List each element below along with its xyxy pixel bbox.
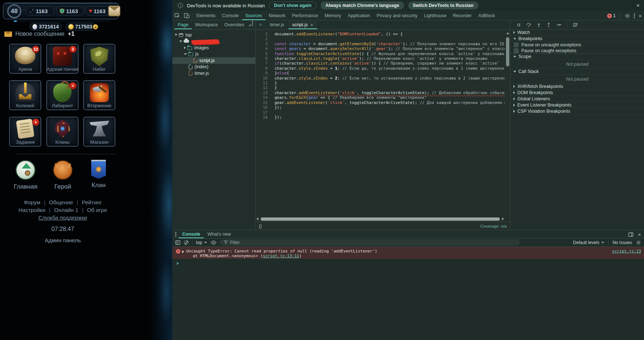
- more-options-icon[interactable]: [634, 15, 635, 16]
- close-devtools-icon[interactable]: ×: [639, 13, 642, 19]
- vertical-scrollbar[interactable]: [506, 31, 510, 217]
- player-level-badge[interactable]: 48: [7, 4, 21, 18]
- console-prompt[interactable]: >: [176, 261, 179, 266]
- pretty-print-icon[interactable]: {}: [259, 224, 262, 229]
- debugger-section-breakpoints[interactable]: Breakpoints: [510, 36, 644, 42]
- menu-item-coliseum[interactable]: Колизей: [9, 80, 41, 110]
- navigator-tab-overrides[interactable]: Overrides: [221, 20, 248, 29]
- gold-currency[interactable]: 717503 +: [65, 23, 96, 31]
- mail-button[interactable]: [108, 5, 120, 16]
- menu-item-hound[interactable]: 2Адская гончая: [46, 44, 78, 74]
- toggle-navigator-icon[interactable]: [256, 20, 266, 29]
- tab-privacy-and-security[interactable]: Privacy and security: [373, 11, 421, 20]
- context-selector[interactable]: top: [196, 240, 207, 245]
- tree-item-js[interactable]: js: [172, 51, 255, 58]
- menu-item-arena[interactable]: 13Арена: [9, 44, 41, 74]
- infobar-close-icon[interactable]: ×: [636, 3, 640, 8]
- chevron-open-icon[interactable]: [179, 40, 182, 42]
- chevron-open-icon[interactable]: [175, 34, 177, 36]
- silver-currency[interactable]: 3721614: [30, 23, 62, 31]
- tree-item-(index)[interactable]: (index): [172, 64, 255, 70]
- tab-console[interactable]: Console: [219, 11, 242, 20]
- console-error-message[interactable]: × Uncaught TypeError: Cannot read proper…: [172, 247, 644, 259]
- more-tabs-chevron[interactable]: »: [248, 20, 253, 29]
- footer-link[interactable]: Общение: [49, 199, 73, 205]
- editor-tab-script.js[interactable]: script.js×: [288, 20, 317, 29]
- expand-triangle-icon[interactable]: [182, 250, 184, 253]
- tab-lighthouse[interactable]: Lighthouse: [421, 11, 449, 20]
- menu-item-raid[interactable]: Набег: [83, 44, 115, 74]
- new-message-banner[interactable]: Новое сообщение +1: [4, 31, 74, 37]
- footer-link[interactable]: Настройки: [19, 207, 46, 213]
- tree-item-timer.js[interactable]: timer.js: [172, 70, 255, 77]
- tree-item-images[interactable]: images: [172, 45, 255, 51]
- tab-elements[interactable]: Elements: [193, 11, 219, 20]
- debugger-section-global-listeners[interactable]: Global Listeners: [510, 96, 644, 102]
- tab-memory[interactable]: Memory: [321, 11, 344, 20]
- chevron-closed-icon[interactable]: [184, 46, 186, 49]
- footer-link[interactable]: Онлайн 1: [54, 207, 78, 213]
- navigator-menu-icon[interactable]: [252, 23, 253, 24]
- clear-console-icon[interactable]: [184, 240, 188, 245]
- switch-language-button[interactable]: Switch DevTools to Russian: [408, 1, 478, 9]
- tab-sources[interactable]: Sources: [242, 11, 265, 20]
- tree-item-redacted-domain[interactable]: [172, 38, 255, 45]
- debugger-section-watch[interactable]: Watch: [510, 30, 644, 36]
- debugger-section-dom-breakpoints[interactable]: DOM Breakpoints: [510, 90, 644, 96]
- menu-item-invasion[interactable]: Вторжение: [83, 80, 115, 110]
- tree-item-script.js[interactable]: script.js: [172, 57, 255, 64]
- close-tab-icon[interactable]: ×: [310, 22, 313, 28]
- live-expression-eye-icon[interactable]: [211, 240, 216, 245]
- drawer-tab-what-s-new[interactable]: What's new: [204, 230, 234, 238]
- editor-tab-timer.js[interactable]: timer.js: [266, 20, 288, 29]
- console-sidebar-icon[interactable]: [175, 240, 180, 245]
- debugger-section-event-listener-breakpoints[interactable]: Event Listener Breakpoints: [510, 102, 644, 108]
- horizontal-scrollbar[interactable]: [256, 217, 504, 221]
- debugger-section-xhr-fetch-breakpoints[interactable]: XHR/fetch Breakpoints: [510, 84, 644, 90]
- menu-item-clans[interactable]: Кланы: [46, 117, 78, 147]
- checkbox[interactable]: [514, 43, 518, 47]
- error-count-badge[interactable]: × 1: [607, 13, 616, 18]
- tab-network[interactable]: Network: [265, 11, 289, 20]
- match-language-button[interactable]: Always match Chrome's language: [321, 1, 404, 9]
- step-icon[interactable]: [556, 23, 561, 27]
- stack-source-link[interactable]: script.js:13:11: [263, 254, 299, 258]
- deactivate-breakpoints-icon[interactable]: [573, 23, 578, 27]
- dock-icon[interactable]: [628, 232, 633, 237]
- error-source-link[interactable]: script.js:13: [612, 249, 641, 254]
- drawer-menu-icon[interactable]: [175, 234, 176, 235]
- scroll-left-arrow[interactable]: [256, 217, 258, 220]
- issues-counter[interactable]: No Issues: [613, 240, 632, 245]
- bottom-nav-clanflag[interactable]: Клан: [81, 160, 116, 189]
- admin-panel-link[interactable]: Админ панель: [0, 237, 126, 243]
- coverage-status[interactable]: Coverage: n/a: [480, 224, 507, 228]
- tab-performance[interactable]: Performance: [289, 11, 322, 20]
- dont-show-again-button[interactable]: Don't show again: [269, 1, 317, 9]
- scroll-up-arrow[interactable]: [506, 32, 509, 34]
- close-drawer-icon[interactable]: ×: [638, 232, 641, 237]
- debugger-section-scope[interactable]: Scope: [510, 54, 644, 60]
- scroll-right-arrow[interactable]: [502, 217, 504, 220]
- tab-application[interactable]: Application: [344, 11, 373, 20]
- debugger-section-call-stack[interactable]: Call Stack: [510, 69, 644, 75]
- tab-recorder[interactable]: Recorder: [450, 11, 475, 20]
- checkbox[interactable]: [514, 49, 518, 53]
- footer-link[interactable]: Рейтинг: [82, 199, 102, 205]
- pause-icon[interactable]: [517, 23, 521, 27]
- vertical-scroll-thumb[interactable]: [506, 37, 509, 66]
- log-levels-select[interactable]: Default levels: [573, 240, 604, 245]
- console-filter-input[interactable]: Filter: [221, 239, 520, 246]
- chevron-open-icon[interactable]: [184, 53, 187, 55]
- code-area[interactable]: 123456789101112131415161718 document.add…: [256, 30, 505, 217]
- step-into-icon[interactable]: [537, 23, 541, 27]
- debugger-section-csp-violation-breakpoints[interactable]: CSP Violation Breakpoints: [510, 108, 644, 115]
- step-out-icon[interactable]: [547, 23, 551, 27]
- device-toolbar-icon[interactable]: [182, 11, 191, 20]
- bottom-nav-home[interactable]: Главная: [8, 160, 43, 190]
- inspect-element-icon[interactable]: [172, 11, 182, 20]
- menu-item-tasks[interactable]: +Задания: [9, 117, 41, 147]
- navigator-tab-workspace[interactable]: Workspace: [192, 20, 221, 29]
- menu-item-labyrinth[interactable]: +Лабиринт: [46, 80, 78, 110]
- bottom-nav-hero[interactable]: Герой: [45, 160, 80, 190]
- support-link[interactable]: Служба поддержки: [0, 215, 126, 221]
